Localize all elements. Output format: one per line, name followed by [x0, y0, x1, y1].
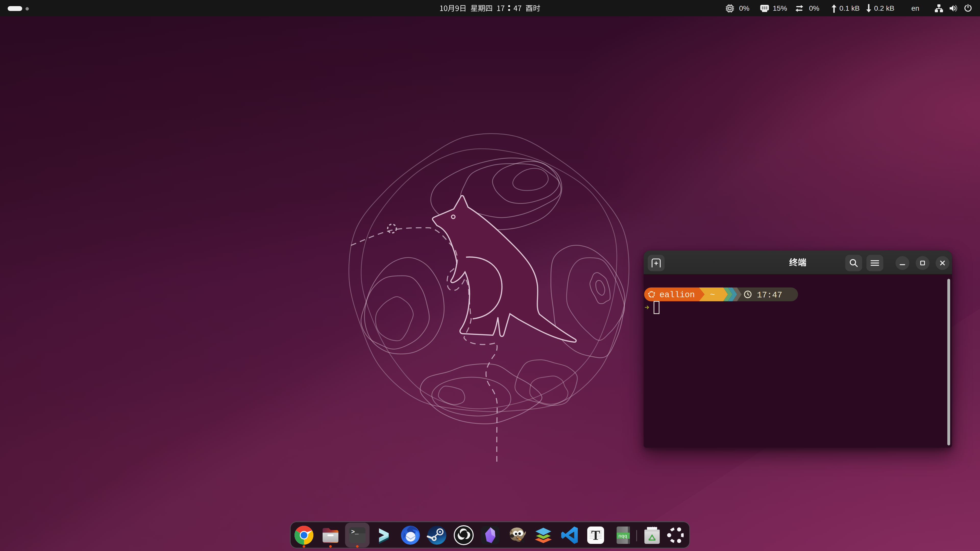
- svg-text:>_: >_: [351, 529, 359, 535]
- svg-text:17:47: 17:47: [757, 291, 782, 300]
- svg-text:~: ~: [710, 290, 715, 300]
- svg-text:T: T: [591, 528, 600, 543]
- svg-text:nqq: nqq: [618, 534, 627, 539]
- svg-text:eallion: eallion: [659, 290, 695, 300]
